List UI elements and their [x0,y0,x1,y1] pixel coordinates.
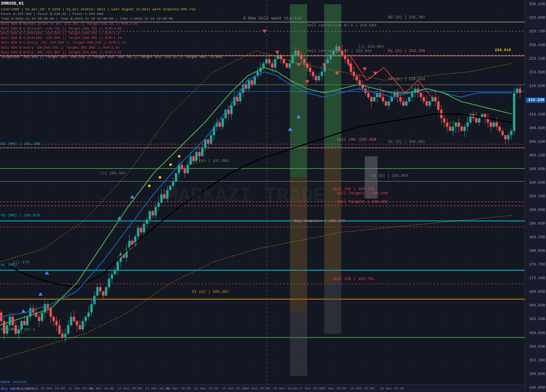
time-tick: 11 Dec 02:00 [68,386,93,390]
sell-line-3: Sell %10 @ C_Entry61: 223.934 || Target:… [1,31,222,35]
price-tick: 193.330 [526,194,545,199]
time-tick: 11 Dec 18:00 [90,386,114,390]
price-tick: 180.030 [526,249,545,253]
point-line: Point A:232.355 | Point B:210.31 | Point… [1,12,222,16]
price-tick: 159.930 [526,331,545,335]
price-tick: 229.730 [526,29,545,34]
price-tick: 236.430 [526,2,545,6]
price-tick: 199.930 [526,167,545,171]
ohlc-line: Line:1485 | h1_atr_c0: 3.1224 | h1_atr_s… [1,7,222,12]
sell-line-4: Sell %10 @ C_Entry88: 229.599 || Target:… [1,35,222,40]
sell-line-6: Sell %20 @ Entry -50:249.378 || Target:2… [1,45,222,50]
price-tick: 173.430 [526,276,545,280]
price-tick: 219.830 [526,70,545,75]
symbol-title: XMRUSD,H1 [1,1,222,7]
price-tick: 226.430 [526,43,545,47]
info-panel: XMRUSD,H1 Line:1485 | h1_atr_c0: 3.1224 … [1,1,222,59]
price-tick: 186.630 [526,222,545,226]
time-tick: 13 Dec 18:00 [166,386,191,390]
time-tick: 17 Dec 18:00 [322,386,347,390]
price-tick: 215.339 [526,98,545,103]
price-tick: 189.930 [526,208,545,212]
price-tick: 150.030 [526,372,545,376]
price-tick: 223.130 [526,57,545,61]
sell-line-2: Sell %10 @ C_Entry37: 218.731 || Target:… [1,26,222,31]
time-line: Time A:2024.12.16 06:00:00 | Time B:2024… [1,16,222,21]
price-tick: 169.930 [526,290,545,294]
sell-line-1: Sell %20 @ Market price or at: 221.251 |… [1,21,222,26]
price-tick: 153.330 [526,358,545,363]
sell-line-5: Sell %10 @ C_Entry -23: 237.558 || Targe… [1,40,222,45]
time-tick: 16 Dec 10:00 [273,386,298,390]
price-tick: 183.330 [526,235,545,239]
price-axis: 236.430233.030229.730226.430223.130219.8… [525,0,546,392]
price-tick: 213.230 [526,112,545,117]
time-tick: 18 Dec 10:00 [350,386,375,390]
price-tick: 216.530 [526,84,545,88]
price-tick: 206.530 [526,140,545,144]
time-tick: 17 Dec 02:00 [299,386,323,390]
time-axis: 9 Dec 202410 Dec 10:0011 Dec 02:0011 Dec… [0,384,525,392]
time-tick: 14 Dec 10:00 [194,386,219,390]
targets-line: Target100: 202.858 || Target 161: 189.23… [1,55,222,59]
new-sell-wave-label: 0 New Sell wave started [243,16,302,21]
time-tick: 10 Dec 10:00 [41,386,65,390]
price-tick: 146.930 [526,386,545,390]
price-tick: 209.830 [526,126,545,130]
bottom-status: Buy Wave started [1,387,38,391]
time-tick: 13 Dec 02:00 [145,386,170,390]
time-tick: 15 Dec 02:00 [222,386,247,390]
time-tick: 12 Dec 10:00 [117,386,142,390]
price-tick: 196.630 [526,181,545,185]
wave-stated-label: Wave stated [1,380,26,384]
price-tick: 233.030 [526,16,545,20]
price-tick: 163.330 [526,317,545,321]
price-tick: 166.630 [526,303,545,308]
chart-container: { "header": { "symbol": "XMRUSD,H1", "oh… [0,0,546,392]
time-tick: 15 Dec 18:00 [245,386,270,390]
price-tick: 176.730 [526,262,545,267]
time-tick: 19 Dec 02:00 [380,386,404,390]
price-tick: 203.130 [526,153,545,158]
sell-line-7: Sell %20 @ Entry -88: 251.887 || Target:… [1,50,222,55]
price-tick: 156.630 [526,345,545,349]
